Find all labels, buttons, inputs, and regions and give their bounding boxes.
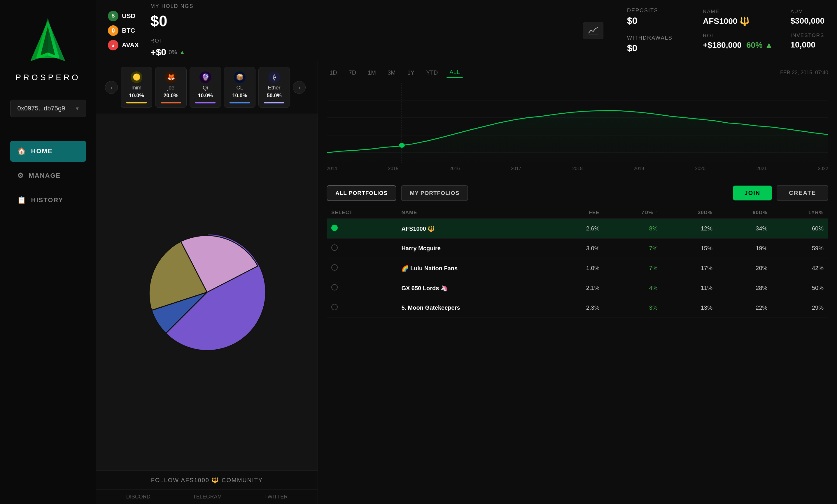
x-label-2020: 2020 [695, 166, 706, 171]
time-btn-all[interactable]: ALL [446, 67, 463, 78]
deposits-section: DEPOSITS $0 WITHDRAWALS $0 [616, 0, 691, 61]
usd-label: USD [122, 12, 135, 20]
sidebar-item-history[interactable]: 📋 HISTORY [10, 190, 86, 211]
qi-icon: 🔮 [199, 71, 211, 83]
fund-name-label: NAME [703, 9, 773, 15]
token-card-cl[interactable]: 📦 CL 10.0% [224, 67, 255, 108]
radio-selected[interactable] [331, 225, 338, 231]
main-content: $ USD ₿ BTC ▲ AVAX MY HOLDINGS $0 ROI + [96, 0, 837, 504]
holdings-amount: $0 [150, 12, 238, 30]
time-buttons: 1D 7D 1M 3M 1Y YTD ALL [327, 67, 463, 78]
yr1-cell: 42% [772, 258, 828, 278]
pie-next-button[interactable]: › [293, 81, 306, 94]
name-cell: 🌈 Lulu Nation Fans [397, 258, 552, 278]
radio-unselected[interactable] [331, 304, 338, 310]
sidebar-item-home[interactable]: 🏠 HOME [10, 141, 86, 162]
table-row: 5. Moon Gatekeepers 2.3% 3% 13% 22% 29% [327, 298, 828, 318]
th-7d: 7D% ↑ [604, 207, 662, 219]
th-1yr: 1YR% [772, 207, 828, 219]
token-card-qi[interactable]: 🔮 Qi 10.0% [190, 67, 221, 108]
sidebar-item-manage[interactable]: ⚙ MANAGE [10, 165, 86, 186]
token-pct-joe: 20.0% [163, 93, 178, 99]
fund-aum-label: AUM [790, 9, 824, 15]
chart-date: FEB 22, 2015, 07:40 [780, 70, 828, 76]
pie-chart [143, 228, 271, 356]
time-btn-1d[interactable]: 1D [327, 67, 340, 78]
d30-cell: 11% [662, 278, 717, 298]
name-cell: 5. Moon Gatekeepers [397, 298, 552, 318]
radio-unselected[interactable] [331, 264, 338, 270]
mim-icon: 🟡 [131, 71, 142, 83]
token-pct-cl: 10.0% [232, 93, 247, 99]
select-cell[interactable] [327, 298, 397, 318]
btc-label: BTC [122, 27, 135, 34]
holdings-values: MY HOLDINGS $0 ROI +$0 0% ▲ [150, 9, 238, 52]
yr1-cell: 60% [772, 219, 828, 239]
chart-button[interactable] [583, 22, 603, 39]
fund-roi-arrow-icon: ▲ [765, 40, 773, 50]
create-button[interactable]: CREATE [777, 185, 828, 201]
usd-icon: $ [108, 11, 119, 21]
btc-icon: ₿ [108, 25, 119, 36]
qi-bar [195, 102, 215, 104]
join-button[interactable]: JOIN [733, 186, 772, 201]
deposits-value: $0 [627, 15, 679, 26]
currency-btc[interactable]: ₿ BTC [108, 25, 139, 36]
token-card-joe[interactable]: 🦊 joe 20.0% [155, 67, 186, 108]
svg-point-13 [399, 143, 405, 148]
telegram-link[interactable]: TELEGRAM [193, 494, 222, 500]
token-name-qi: Qi [203, 85, 208, 91]
joe-icon: 🦊 [165, 71, 177, 83]
twitter-link[interactable]: TWITTER [264, 494, 288, 500]
time-btn-ytd[interactable]: YTD [423, 67, 441, 78]
th-30d: 30D% [662, 207, 717, 219]
x-label-2014: 2014 [327, 166, 337, 171]
name-cell: AFS1000 🔱 [397, 219, 552, 239]
x-label-2016: 2016 [449, 166, 460, 171]
d30-cell: 15% [662, 239, 717, 258]
pie-prev-button[interactable]: ‹ [105, 81, 118, 94]
history-icon: 📋 [17, 196, 26, 204]
fee-cell: 3.0% [552, 239, 604, 258]
radio-unselected[interactable] [331, 244, 338, 251]
radio-unselected[interactable] [331, 284, 338, 291]
d90-cell: 20% [717, 258, 772, 278]
token-pct-mim: 10.0% [129, 93, 144, 99]
d30-cell: 12% [662, 219, 717, 239]
token-card-ether[interactable]: ⟠ Ether 50.0% [259, 67, 290, 108]
wallet-selector[interactable]: 0x0975...db75g9 ▾ [10, 100, 86, 117]
chart-controls: 1D 7D 1M 3M 1Y YTD ALL FEB 22, 2015, 07:… [327, 67, 828, 78]
fund-aum-value: $300,000 [790, 16, 824, 26]
yr1-cell: 59% [772, 239, 828, 258]
select-cell[interactable] [327, 239, 397, 258]
currency-list: $ USD ₿ BTC ▲ AVAX [108, 9, 139, 52]
discord-link[interactable]: DISCORD [126, 494, 150, 500]
name-cell: Harry Mcguire [397, 239, 552, 258]
select-cell[interactable] [327, 278, 397, 298]
withdrawals-label: WITHDRAWALS [627, 35, 679, 41]
fund-name-value: AFS1000 🔱 [703, 16, 773, 26]
name-cell: GX 650 Lords 🦄 [397, 278, 552, 298]
fund-investors-value: 10,000 [790, 40, 824, 50]
time-btn-1m[interactable]: 1M [365, 67, 379, 78]
currency-usd[interactable]: $ USD [108, 11, 139, 21]
line-chart [327, 83, 828, 164]
chart-x-labels: 2014 2015 2016 2017 2018 2019 2020 2021 … [327, 164, 828, 173]
community-links: DISCORD TELEGRAM TWITTER [96, 489, 318, 504]
table-header-row: SELECT NAME FEE 7D% ↑ 30D% 90D% 1YR% [327, 207, 828, 219]
deposits-label: DEPOSITS [627, 7, 679, 14]
tab-my-portfolios[interactable]: MY PORTFOLIOS [401, 185, 468, 201]
time-btn-3m[interactable]: 3M [385, 67, 399, 78]
th-fee: FEE [552, 207, 604, 219]
time-btn-1y[interactable]: 1Y [405, 67, 417, 78]
th-name: NAME [397, 207, 552, 219]
currency-avax[interactable]: ▲ AVAX [108, 40, 139, 50]
token-card-mim[interactable]: 🟡 mim 10.0% [121, 67, 152, 108]
select-cell[interactable] [327, 258, 397, 278]
logo-area: PROSPERO [16, 12, 81, 82]
select-cell[interactable] [327, 219, 397, 239]
pie-section: ‹ 🟡 mim 10.0% 🦊 joe 20.0% 🔮 Qi [96, 61, 318, 504]
token-name-cl: CL [236, 85, 243, 91]
time-btn-7d[interactable]: 7D [346, 67, 359, 78]
tab-all-portfolios[interactable]: ALL PORTFOLIOS [327, 185, 396, 201]
